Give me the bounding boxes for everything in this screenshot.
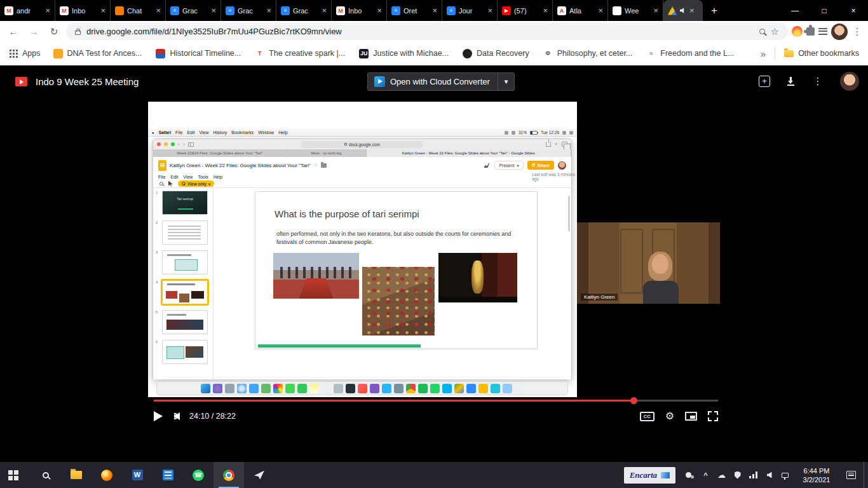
slides-menu-tools: Tools	[198, 175, 208, 179]
mail-app-button[interactable]	[244, 462, 275, 488]
bookmark-item[interactable]: Historical Timeline...	[156, 49, 241, 58]
volume-button[interactable]	[761, 462, 777, 488]
file-explorer-button[interactable]	[61, 462, 92, 488]
bookmark-item[interactable]: TThe creative spark |...	[255, 49, 345, 58]
bookmark-item[interactable]: Data Recovery	[463, 49, 529, 58]
close-button[interactable]: ×	[839, 0, 868, 21]
fullscreen-icon[interactable]	[708, 411, 718, 421]
tab-close-icon[interactable]: ×	[653, 6, 658, 15]
hidden-icons-button[interactable]: ^	[698, 462, 714, 488]
tab-close-icon[interactable]: ×	[432, 6, 437, 15]
browser-tab[interactable]: Wee×	[608, 0, 663, 21]
browser-tab[interactable]: ≡Grac×	[221, 0, 276, 21]
firefox-button[interactable]	[92, 462, 122, 488]
bookmark-item[interactable]: JUJustice with Michae...	[359, 49, 449, 58]
tab-close-icon[interactable]: ×	[598, 6, 603, 15]
tab-close-icon[interactable]: ×	[377, 6, 382, 15]
mac-clock: Tue 12:26	[541, 130, 559, 135]
security-shield-button[interactable]	[729, 462, 745, 488]
browser-tab[interactable]: ≡Oret×	[387, 0, 442, 21]
other-bookmarks[interactable]: Other bookmarks	[784, 49, 859, 58]
browser-tab[interactable]: Mandr×	[0, 0, 55, 21]
open-with-label: Open with Cloud Converter	[390, 77, 498, 86]
profile-avatar[interactable]	[831, 24, 848, 40]
encarta-widget[interactable]: Encarta	[624, 467, 675, 484]
new-tab-button[interactable]: +	[705, 2, 723, 20]
miniplayer-icon[interactable]	[685, 412, 697, 421]
minimize-button[interactable]: —	[780, 0, 810, 21]
apps-shortcut[interactable]: Apps	[9, 49, 41, 58]
taskbar-clock[interactable]: 6:44 PM 3/2/2021	[794, 466, 839, 484]
play-button[interactable]	[154, 411, 163, 421]
browser-menu-icon[interactable]: ⋮	[851, 26, 863, 37]
mac-menu-window: Window	[258, 130, 274, 135]
extensions-puzzle-icon[interactable]	[806, 27, 815, 36]
tab-close-icon[interactable]: ×	[266, 6, 271, 15]
tab-close-icon[interactable]: ×	[156, 6, 161, 15]
browser-tab[interactable]: ≡Grac×	[166, 0, 221, 21]
network-signal-button[interactable]	[745, 462, 761, 488]
maps-icon	[261, 384, 271, 393]
word-button[interactable]: W	[122, 462, 153, 488]
tab-close-icon[interactable]: ×	[45, 6, 50, 15]
settings-gear-icon[interactable]: ⚙	[665, 411, 674, 421]
download-icon[interactable]	[787, 77, 796, 86]
progress-scrubber[interactable]	[630, 397, 637, 404]
browser-tab[interactable]: ≡Jour×	[442, 0, 498, 21]
safari-tabs-icon	[562, 142, 567, 147]
captions-button[interactable]: CC	[640, 412, 654, 421]
open-with-button[interactable]: Open with Cloud Converter ▾	[367, 72, 515, 91]
slides-menu-bar: FileEditViewToolsHelp Last edit was 3 mi…	[158, 173, 576, 180]
start-button[interactable]	[0, 462, 31, 488]
address-bar[interactable]: drive.google.com/file/d/1NIye3525IuBr7mU…	[66, 23, 788, 40]
tab-close-icon[interactable]: ×	[211, 6, 216, 15]
bookmark-star-icon[interactable]: ☆	[771, 26, 779, 37]
people-button[interactable]	[682, 462, 698, 488]
mac-menu-file: File	[175, 130, 182, 135]
action-center-icon[interactable]	[846, 471, 856, 479]
tab-title: Grac	[293, 7, 318, 15]
open-with-caret-icon[interactable]: ▾	[498, 73, 515, 90]
mac-menu-items: SafariFileEditViewHistoryBookmarksWindow…	[159, 130, 288, 135]
bookmarks-overflow-icon[interactable]: »	[761, 48, 766, 59]
flame-extension-icon[interactable]	[792, 26, 803, 37]
whatsapp-button[interactable]: ☎	[183, 462, 214, 488]
tab-close-icon[interactable]: ×	[100, 6, 105, 15]
volume-button[interactable]	[174, 412, 178, 420]
tab-close-icon[interactable]: ×	[689, 6, 695, 15]
browser-tab[interactable]: MInbo×	[55, 0, 111, 21]
browser-tab[interactable]: ×	[663, 0, 703, 21]
show-desktop-button[interactable]	[864, 462, 867, 488]
safari-back-icon: ‹	[178, 139, 180, 149]
browser-tab[interactable]: AAtla×	[553, 0, 608, 21]
tv-icon	[346, 384, 355, 393]
bookmark-item[interactable]: ΦPhilosophy, et ceter...	[543, 49, 633, 58]
onedrive-button[interactable]: ☁	[714, 462, 729, 488]
chrome-button[interactable]	[214, 462, 244, 488]
tab-close-icon[interactable]: ×	[543, 6, 548, 15]
browser-tab[interactable]: MInbo×	[332, 0, 387, 21]
tab-close-icon[interactable]: ×	[322, 6, 327, 15]
account-avatar[interactable]	[840, 72, 859, 91]
bookmark-item[interactable]: DNA Test for Ances...	[53, 49, 142, 58]
forward-button[interactable]: →	[25, 24, 42, 40]
reload-button[interactable]: ↻	[46, 24, 62, 40]
browser-tab[interactable]: Chat×	[111, 0, 166, 21]
zoom-icon[interactable]	[759, 29, 765, 34]
maximize-button[interactable]: □	[810, 0, 839, 21]
reading-list-extension-icon[interactable]	[818, 28, 827, 35]
browser-tab[interactable]: ≡Grac×	[276, 0, 332, 21]
office-app-button[interactable]	[153, 462, 183, 488]
display-connect-button[interactable]	[777, 462, 793, 488]
search-button[interactable]	[31, 462, 61, 488]
more-actions-icon[interactable]: ⋮	[812, 76, 824, 87]
back-button[interactable]: ←	[5, 24, 22, 40]
progress-bar[interactable]	[154, 400, 718, 402]
bookmark-item[interactable]: ≈Freedom and the L...	[646, 49, 734, 58]
video-frame[interactable]: ● SafariFileEditViewHistoryBookmarksWind…	[148, 102, 720, 427]
slides-move-folder-icon	[321, 163, 327, 168]
tab-close-icon[interactable]: ×	[487, 6, 492, 15]
browser-tab[interactable]: ▶(57)×	[498, 0, 553, 21]
add-to-workspace-icon[interactable]: +	[759, 76, 770, 87]
safari-tab-list: Week 22&24 Files: Google Slides about Yo…	[153, 149, 571, 157]
